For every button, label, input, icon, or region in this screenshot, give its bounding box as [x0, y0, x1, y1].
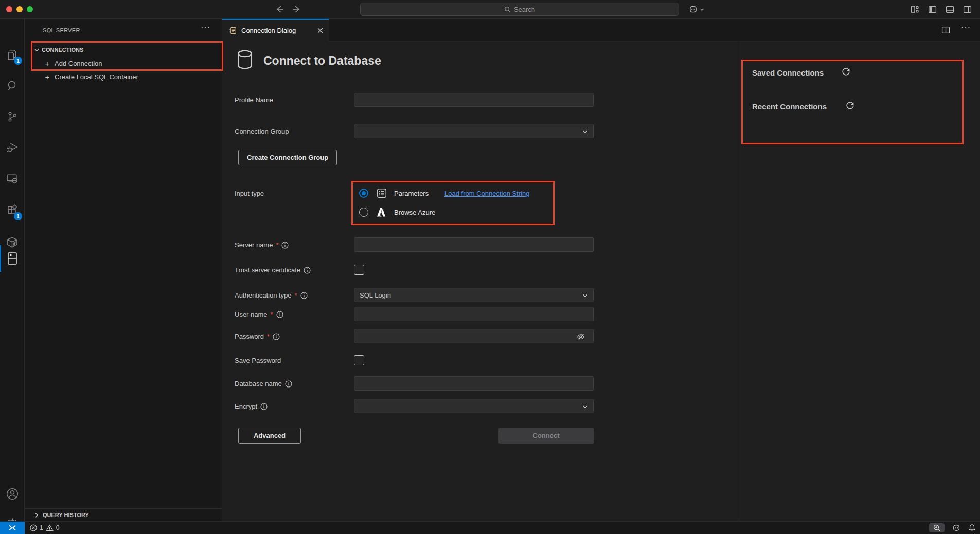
server-name-label: Server name* [235, 241, 289, 249]
title-bar: Search [0, 0, 980, 19]
toggle-panel-icon[interactable] [946, 5, 954, 14]
info-icon[interactable] [300, 292, 308, 299]
sidebar-item-sql-server[interactable] [0, 245, 24, 272]
advanced-button[interactable]: Advanced [238, 428, 301, 444]
add-connection-item[interactable]: + Add Connection [25, 57, 222, 70]
chevron-down-icon [700, 7, 704, 12]
sidebar-item-explorer[interactable]: 1 [0, 42, 24, 67]
info-icon[interactable] [276, 311, 283, 318]
account-icon [6, 487, 19, 501]
encrypt-label: Encrypt [235, 402, 268, 410]
search-icon [6, 80, 19, 92]
refresh-saved-connections-icon[interactable] [842, 67, 850, 76]
window-close-button[interactable] [6, 6, 12, 12]
sql-server-icon [6, 252, 19, 265]
load-from-connection-string-link[interactable]: Load from Connection String [444, 190, 529, 197]
info-icon[interactable] [304, 267, 311, 274]
chevron-down-icon [34, 47, 40, 53]
navigate-back-icon[interactable] [275, 4, 285, 14]
warning-count: 0 [56, 524, 60, 531]
create-connection-group-button[interactable]: Create Connection Group [238, 150, 337, 165]
parameters-radio-label[interactable]: Parameters [394, 190, 429, 197]
password-input[interactable] [354, 329, 594, 343]
info-icon[interactable] [285, 380, 292, 388]
source-control-icon [6, 111, 19, 123]
sidebar-item-extensions[interactable]: 1 [0, 198, 24, 223]
saved-connections-header: Saved Connections [752, 68, 824, 77]
save-password-label: Save Password [235, 357, 281, 364]
tab-label: Connection Dialog [241, 27, 313, 34]
notifications-bell-icon[interactable] [968, 524, 976, 532]
navigate-forward-icon[interactable] [291, 4, 301, 14]
window-minimize-button[interactable] [16, 6, 23, 12]
close-icon[interactable] [317, 27, 324, 34]
sidebar-item-source-control[interactable] [0, 104, 24, 129]
toggle-primary-sidebar-icon[interactable] [928, 5, 937, 14]
copilot-menu-button[interactable] [688, 5, 704, 14]
toggle-secondary-sidebar-icon[interactable] [963, 5, 972, 14]
accounts-button[interactable] [0, 482, 24, 506]
toggle-password-visibility-icon[interactable] [576, 332, 585, 341]
remote-indicator[interactable] [0, 522, 25, 534]
authentication-type-label: Authentication type* [235, 291, 308, 299]
sidebar-item-search[interactable] [0, 73, 24, 98]
search-icon [504, 6, 511, 13]
sidebar-item-run-debug[interactable] [0, 135, 24, 160]
zoom-in-icon [933, 524, 940, 531]
save-password-checkbox[interactable] [354, 355, 364, 365]
connection-dialog-icon [228, 26, 237, 35]
refresh-recent-connections-icon[interactable] [846, 101, 854, 110]
info-icon[interactable] [281, 242, 289, 249]
explorer-badge: 1 [14, 57, 22, 65]
problems-indicator[interactable]: 1 0 [30, 522, 59, 534]
tab-connection-dialog[interactable]: Connection Dialog [222, 19, 329, 42]
azure-icon [375, 206, 387, 218]
authentication-type-select[interactable]: SQL Login [354, 288, 594, 302]
connect-button[interactable]: Connect [498, 428, 594, 444]
zoom-status-button[interactable] [929, 523, 945, 532]
connection-group-label: Connection Group [235, 127, 289, 135]
recent-connections-header: Recent Connections [752, 102, 827, 111]
panel-more-actions-button[interactable]: ··· [201, 23, 210, 32]
trust-server-certificate-checkbox[interactable] [354, 265, 364, 275]
info-icon[interactable] [273, 333, 280, 340]
query-history-section-header[interactable]: QUERY HISTORY [25, 508, 222, 521]
sql-server-panel: SQL SERVER ··· CONNECTIONS + Add Connect… [25, 19, 222, 521]
user-name-input[interactable] [354, 307, 594, 321]
run-debug-icon [6, 141, 19, 154]
trust-server-certificate-label: Trust server certificate [235, 266, 311, 274]
search-placeholder: Search [514, 6, 535, 13]
info-icon[interactable] [260, 403, 268, 410]
customize-layout-icon[interactable] [911, 5, 919, 14]
chevron-down-icon [582, 293, 588, 299]
browse-azure-radio-label[interactable]: Browse Azure [394, 209, 435, 216]
editor-tab-bar: Connection Dialog ··· [222, 19, 980, 42]
database-name-input[interactable] [354, 376, 594, 391]
database-icon [236, 49, 254, 70]
page-title: Connect to Database [263, 54, 381, 68]
editor-more-actions-button[interactable]: ··· [961, 23, 971, 32]
window-maximize-button[interactable] [27, 6, 33, 12]
panel-title: SQL SERVER [43, 27, 80, 33]
chevron-right-icon [34, 512, 40, 518]
browse-azure-radio[interactable] [359, 208, 368, 217]
profile-name-input[interactable] [354, 93, 594, 107]
extensions-badge: 1 [14, 212, 22, 220]
create-local-sql-container-item[interactable]: + Create Local SQL Container [25, 70, 222, 83]
error-icon [30, 524, 37, 531]
input-type-label: Input type [235, 190, 264, 197]
command-center-search[interactable]: Search [360, 3, 679, 16]
error-count: 1 [40, 524, 43, 531]
plus-icon: + [44, 59, 50, 68]
sidebar-item-remote-explorer[interactable] [0, 166, 24, 191]
encrypt-select[interactable] [354, 399, 594, 413]
copilot-status-icon[interactable] [952, 524, 961, 532]
status-bar: 1 0 [0, 521, 980, 534]
copilot-icon [688, 5, 698, 14]
connection-dialog-webview: Connect to Database Profile Name Connect… [222, 42, 980, 521]
connection-group-select[interactable] [354, 124, 594, 138]
split-editor-icon[interactable] [941, 26, 950, 34]
parameters-radio[interactable] [359, 189, 368, 198]
server-name-input[interactable] [354, 237, 594, 252]
connections-section-header[interactable]: CONNECTIONS [25, 43, 222, 57]
